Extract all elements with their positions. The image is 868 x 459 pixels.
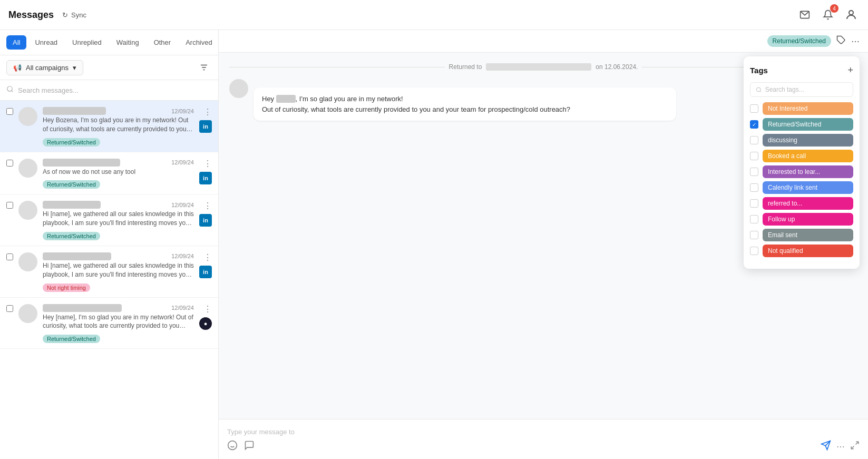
bubble-text-line1: Hey ████, I'm so glad you are in my netw…	[262, 94, 668, 104]
message-more-button[interactable]: ⋮	[203, 201, 212, 211]
tag-returned-switched[interactable]: Returned/Switched	[763, 118, 853, 131]
tag-not-interested[interactable]: Not Interested	[763, 102, 853, 115]
tabs-bar: All Unread Unreplied Waiting Other Archi…	[0, 30, 218, 55]
list-item[interactable]: ████████████ 12/09/24 Hey Bozena, I'm so…	[0, 101, 218, 152]
message-more-button[interactable]: ⋮	[203, 252, 212, 262]
tag-discussing[interactable]: discussing	[763, 134, 853, 147]
tag-checkbox-discussing[interactable]	[750, 136, 758, 144]
avatar	[229, 79, 248, 98]
tag-email-sent[interactable]: Email sent	[763, 229, 853, 241]
list-item[interactable]: ████████████████ 12/09/24 As of now we d…	[0, 152, 218, 195]
sender-name: ████████████	[43, 107, 106, 115]
tab-waiting[interactable]: Waiting	[110, 35, 145, 50]
platform-icon: in	[199, 172, 212, 184]
avatar	[18, 201, 37, 220]
message-checkbox[interactable]	[6, 202, 13, 209]
message-checkbox[interactable]	[6, 253, 13, 260]
sender-name: ███████████████	[43, 304, 122, 312]
tag-calendly-link-sent[interactable]: Calendly link sent	[763, 181, 853, 194]
message-tag: Not right timing	[43, 284, 90, 292]
tags-search-box	[750, 82, 853, 97]
message-date: 12/09/24	[171, 202, 194, 208]
tags-panel-header: Tags +	[750, 65, 853, 76]
notification-badge: 4	[830, 4, 838, 13]
more-options-button[interactable]: ⋯	[851, 36, 860, 46]
returned-name-blurred	[486, 63, 591, 71]
tag-item: Calendly link sent	[750, 181, 853, 194]
search-icon	[6, 85, 14, 95]
tag-checkbox-booked-call[interactable]	[750, 152, 758, 160]
message-checkbox[interactable]	[6, 160, 13, 167]
tag-booked-call[interactable]: Booked a call	[763, 150, 853, 162]
tags-title: Tags	[750, 66, 768, 75]
tag-checkbox-returned-switched[interactable]: ✓	[750, 120, 758, 129]
tab-all[interactable]: All	[6, 35, 26, 50]
list-item[interactable]: █████████████ 12/09/24 Hi [name], we gat…	[0, 246, 218, 298]
message-checkbox[interactable]	[6, 108, 13, 115]
sync-icon: ↻	[62, 11, 68, 19]
main-layout: All Unread Unreplied Waiting Other Archi…	[0, 30, 868, 459]
message-more-button[interactable]: ⋮	[203, 107, 212, 117]
mail-icon-button[interactable]	[796, 6, 813, 23]
tag-checkbox-not-interested[interactable]	[750, 104, 758, 113]
tag-referred-to[interactable]: referred to...	[763, 197, 853, 210]
tag-icon[interactable]	[836, 35, 846, 47]
tag-item: Not qualified	[750, 245, 853, 257]
svg-point-8	[228, 441, 237, 450]
message-date: 12/09/24	[171, 159, 194, 165]
campaigns-button[interactable]: 📢 All campaigns ▾	[6, 60, 83, 75]
expand-button[interactable]	[850, 441, 860, 452]
tag-checkbox-follow-up[interactable]	[750, 215, 758, 223]
svg-line-16	[760, 91, 761, 92]
tag-checkbox-referred[interactable]	[750, 199, 758, 208]
notification-icon-button[interactable]: 4	[820, 6, 836, 23]
search-input[interactable]	[18, 86, 212, 94]
chevron-down-icon: ▾	[73, 64, 76, 72]
svg-point-5	[7, 86, 12, 91]
message-input[interactable]	[227, 426, 860, 440]
tag-checkbox-not-qualified[interactable]	[750, 247, 758, 255]
sync-button[interactable]: ↻ Sync	[62, 11, 86, 19]
tags-add-button[interactable]: +	[847, 65, 853, 76]
tab-archived[interactable]: Archived	[179, 35, 219, 50]
tag-item: Booked a call	[750, 150, 853, 162]
campaigns-icon: 📢	[13, 64, 22, 72]
attachment-button[interactable]	[244, 440, 255, 453]
message-tag: Returned/Switched	[43, 232, 100, 240]
send-button[interactable]	[821, 440, 831, 453]
search-box	[0, 80, 218, 101]
tag-interested-to-learn[interactable]: Interested to lear...	[763, 165, 853, 178]
tag-not-qualified[interactable]: Not qualified	[763, 245, 853, 257]
message-tag: Returned/Switched	[43, 180, 100, 189]
avatar	[18, 159, 37, 178]
tags-search-input[interactable]	[765, 86, 847, 93]
list-item[interactable]: ███████████ 12/09/24 Hi [name], we gathe…	[0, 194, 218, 246]
tag-checkbox-email-sent[interactable]	[750, 231, 758, 239]
svg-line-14	[851, 446, 854, 449]
sender-name: █████████████	[43, 252, 111, 260]
message-preview: As of now we do not use any tool	[43, 168, 194, 177]
tab-other[interactable]: Other	[148, 35, 178, 50]
tab-unreplied[interactable]: Unreplied	[66, 35, 108, 50]
svg-line-6	[12, 91, 13, 92]
more-input-options[interactable]: ⋯	[836, 442, 845, 452]
tag-follow-up[interactable]: Follow up	[763, 213, 853, 226]
message-checkbox[interactable]	[6, 305, 13, 312]
avatar	[18, 304, 37, 323]
message-more-button[interactable]: ⋮	[203, 304, 212, 314]
tag-checkbox-calendly[interactable]	[750, 183, 758, 192]
tab-unread[interactable]: Unread	[28, 35, 64, 50]
message-more-button[interactable]: ⋮	[203, 159, 212, 169]
tag-checkbox-interested[interactable]	[750, 168, 758, 176]
list-item[interactable]: ███████████████ 12/09/24 Hey [name], I'm…	[0, 298, 218, 349]
emoji-button[interactable]	[227, 440, 238, 453]
svg-point-1	[849, 11, 853, 15]
message-date: 12/09/24	[171, 253, 194, 259]
platform-icon: in	[199, 120, 212, 133]
message-tag: Returned/Switched	[43, 138, 100, 147]
avatar	[18, 252, 37, 271]
user-icon-button[interactable]	[843, 6, 860, 23]
status-tag: Returned/Switched	[767, 35, 831, 47]
right-panel: Returned/Switched ⋯ Returned to on 12.06…	[219, 30, 868, 459]
filter-button[interactable]	[196, 60, 212, 75]
